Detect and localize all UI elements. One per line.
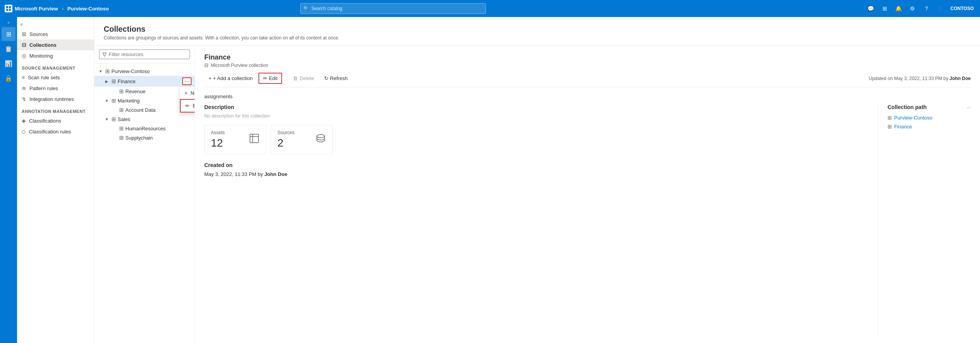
rail-expand-btn[interactable]: » [2, 19, 15, 26]
expand-finance[interactable]: ▶ [104, 78, 110, 84]
expand-supplychain [111, 135, 118, 141]
topbar: Microsoft Purview › Purview-Contoso 🔍 💬 … [0, 0, 980, 17]
delete-label: Delete [299, 75, 314, 81]
sidebar-item-pattern-rules[interactable]: ≋ Pattern rules [17, 83, 94, 94]
finance-more-btn[interactable]: ··· [182, 77, 192, 85]
sidebar-collapse-icon[interactable]: « [20, 22, 23, 27]
sidebar: « ⊞ Sources ⊟ Collections ◎ Monitoring S… [17, 17, 94, 343]
filter-icon: ▽ [103, 51, 106, 57]
rail-catalog-icon[interactable]: 📋 [2, 42, 15, 56]
settings-icon[interactable]: ⚙ [907, 3, 918, 14]
page-subtitle: Collections are groupings of sources and… [104, 35, 971, 41]
collection-path-more-icon[interactable]: ··· [966, 104, 971, 110]
created-title: Created on [204, 162, 869, 168]
sidebar-item-classification-rules[interactable]: ◇ Classification rules [17, 126, 94, 137]
marketing-icon: ⊞ [111, 97, 116, 104]
brand-area[interactable]: Microsoft Purview › Purview-Contoso [5, 5, 109, 12]
expand-sales[interactable]: ▼ [104, 116, 110, 122]
dropdown-edit-label: Edit [193, 103, 195, 109]
topbar-icons: 💬 ⊞ 🔔 ⚙ ? 👤 CONTOSO [865, 3, 975, 14]
user-label[interactable]: CONTOSO [949, 6, 975, 11]
refresh-icon: ↻ [324, 75, 328, 81]
detail-toolbar: + + Add a collection ✏ Edit 🗑 Delete ↻ [204, 73, 971, 87]
tree-node-finance[interactable]: ▶ ⊞ Finance ··· + New subcollection ✏ [94, 76, 195, 87]
collections-icon: ⊟ [22, 42, 26, 48]
collection-path-title: Collection path [888, 104, 927, 110]
sources-icon [315, 133, 326, 146]
sidebar-item-classifications[interactable]: ◈ Classifications [17, 115, 94, 126]
dropdown-new-subcollection[interactable]: + New subcollection [180, 87, 195, 99]
new-subcollection-icon: + [185, 90, 188, 96]
tree-panel: ▽ ▼ ⊞ Purview-Contoso ▶ ⊞ Fi [94, 46, 195, 343]
tree-node-human-resources[interactable]: ⊞ HumanResources [94, 124, 195, 133]
filter-input[interactable] [109, 51, 186, 57]
finance-icon: ⊞ [111, 78, 116, 84]
edit-btn[interactable]: ✏ Edit [258, 73, 282, 84]
add-collection-label: + Add a collection [213, 75, 253, 81]
page-header: Collections Collections are groupings of… [94, 17, 980, 46]
purview-logo [5, 5, 12, 12]
collection-name: Finance [204, 53, 971, 61]
supplychain-icon: ⊞ [119, 135, 124, 141]
path-item-finance[interactable]: ⊞ Finance [888, 124, 971, 130]
path-purview-contoso-label: Purview-Contoso [894, 115, 932, 121]
tree-content: ▼ ⊞ Purview-Contoso ▶ ⊞ Finance ··· [94, 63, 195, 343]
new-subcollection-label: New subcollection [191, 90, 195, 96]
sources-card-label: Sources [277, 130, 294, 135]
sidebar-item-scan-rule-sets[interactable]: ≡ Scan rule sets [17, 72, 94, 83]
left-content: Description No description for this coll… [204, 104, 869, 335]
svg-rect-3 [9, 9, 11, 11]
content-area: Collections Collections are groupings of… [94, 17, 980, 343]
sidebar-item-monitoring[interactable]: ◎ Monitoring [17, 50, 94, 61]
sources-card[interactable]: Sources 2 [271, 125, 333, 154]
updated-user: John Doe [949, 76, 971, 81]
help-icon[interactable]: ? [921, 3, 932, 14]
rail-policy-icon[interactable]: 🔒 [2, 71, 15, 85]
tenant-name[interactable]: Purview-Contoso [67, 6, 109, 12]
classifications-icon: ◈ [22, 118, 26, 124]
tree-node-supplychain[interactable]: ⊞ Supplychain [94, 133, 195, 142]
dropdown-edit-icon: ✏ [185, 103, 190, 109]
finance-label: Finance [118, 78, 181, 84]
human-resources-icon: ⊞ [119, 125, 124, 131]
detail-panel: Finance ⊟ Microsoft Purview collection +… [195, 46, 980, 343]
refresh-btn[interactable]: ↻ Refresh [320, 73, 352, 84]
delete-btn[interactable]: 🗑 Delete [289, 73, 318, 84]
feedback-icon[interactable]: 💬 [865, 3, 876, 14]
monitoring-label: Monitoring [29, 53, 53, 59]
created-date-text: May 3, 2022, 11:33 PM by [204, 171, 263, 177]
integration-runtimes-label: Integration runtimes [29, 96, 74, 102]
pattern-rules-label: Pattern rules [29, 85, 58, 91]
expand-purview-contoso[interactable]: ▼ [97, 68, 104, 74]
source-management-label: Source management [17, 61, 94, 72]
search-bar[interactable]: 🔍 [300, 3, 486, 14]
sidebar-item-collections[interactable]: ⊟ Collections [17, 39, 94, 50]
collections-body: ▽ ▼ ⊞ Purview-Contoso ▶ ⊞ Fi [94, 46, 980, 343]
filter-input-wrap[interactable]: ▽ [99, 49, 190, 59]
integration-runtimes-icon: ↯ [22, 96, 26, 102]
scan-rule-sets-icon: ≡ [22, 74, 25, 80]
expand-marketing[interactable]: ▼ [104, 97, 110, 104]
rail-data-icon[interactable]: ⊞ [2, 27, 15, 41]
sales-label: Sales [118, 116, 192, 122]
notifications-icon[interactable]: 🔔 [893, 3, 904, 14]
assets-card[interactable]: Assets 12 [204, 125, 266, 154]
search-input[interactable] [300, 3, 486, 14]
sidebar-item-integration-runtimes[interactable]: ↯ Integration runtimes [17, 94, 94, 104]
edit-icon: ✏ [263, 75, 267, 81]
created-date: May 3, 2022, 11:33 PM by John Doe [204, 171, 869, 177]
classifications-label: Classifications [29, 118, 61, 124]
dropdown-edit[interactable]: ✏ Edit [180, 99, 195, 113]
tree-node-sales[interactable]: ▼ ⊞ Sales [94, 114, 195, 124]
delete-icon: 🗑 [293, 75, 298, 81]
user-icon[interactable]: 👤 [935, 3, 946, 14]
classification-rules-icon: ◇ [22, 128, 26, 135]
sidebar-item-sources[interactable]: ⊞ Sources [17, 29, 94, 39]
tree-node-purview-contoso[interactable]: ▼ ⊞ Purview-Contoso [94, 67, 195, 76]
path-item-purview-contoso[interactable]: ⊞ Purview-Contoso [888, 115, 971, 121]
rail-insights-icon[interactable]: 📊 [2, 56, 15, 70]
updated-info: Updated on May 3, 2022, 11:33 PM by John… [869, 76, 971, 81]
path-finance-label: Finance [894, 124, 912, 130]
apps-icon[interactable]: ⊞ [879, 3, 890, 14]
add-collection-btn[interactable]: + + Add a collection [204, 73, 257, 84]
